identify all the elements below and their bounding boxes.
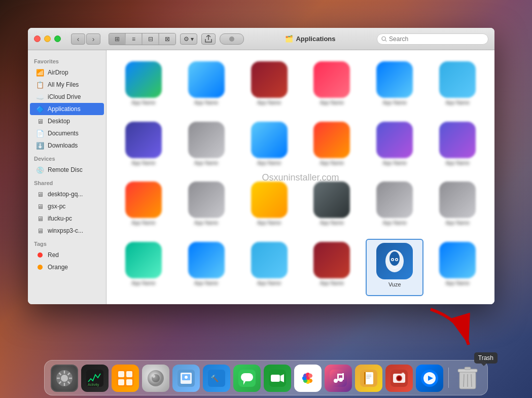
app-icon <box>251 242 288 278</box>
dock-item-mosaic[interactable] <box>112 365 139 392</box>
back-button[interactable]: ‹ <box>71 33 85 45</box>
sidebar-item-gsx-pc[interactable]: 🖥 gsx-pc <box>30 200 104 212</box>
app-name: App Name <box>383 220 407 226</box>
tag-button[interactable] <box>220 33 244 45</box>
app-item[interactable]: App Name <box>429 119 486 174</box>
finder-window: ‹ › ⊞ ≡ ⊟ ⊠ ⚙ ▾ 🗂️ Applications <box>28 28 494 304</box>
minimize-button[interactable] <box>44 35 51 42</box>
app-icon <box>188 242 225 278</box>
app-item[interactable]: App Name <box>115 58 172 114</box>
share-button[interactable] <box>201 33 216 45</box>
app-item-vuze[interactable]: Vuze <box>366 239 423 297</box>
app-item[interactable]: App Name <box>240 178 298 234</box>
app-item[interactable]: App Name <box>115 178 172 234</box>
dock-item-ibooks[interactable] <box>355 365 382 392</box>
app-item[interactable]: App Name <box>240 239 298 297</box>
app-item[interactable]: App Name <box>303 178 361 234</box>
app-name: App Name <box>131 220 155 226</box>
dock-item-xcode[interactable]: 🔨 <box>203 365 230 392</box>
app-name: App Name <box>383 100 407 105</box>
traffic-lights <box>34 35 61 42</box>
app-item[interactable]: App Name <box>178 239 235 297</box>
forward-button[interactable]: › <box>86 33 100 45</box>
dock-item-photos[interactable] <box>294 365 322 392</box>
svg-rect-77 <box>465 367 471 370</box>
app-icon <box>313 242 350 278</box>
sidebar-item-downloads[interactable]: ⬇️ Downloads <box>30 139 104 152</box>
dock-item-preview[interactable] <box>172 365 200 392</box>
app-name: App Name <box>194 160 218 166</box>
search-icon <box>381 36 387 42</box>
sidebar-item-icloud-drive[interactable]: ☁️ iCloud Drive <box>30 91 104 103</box>
dock-item-messages[interactable] <box>233 365 261 392</box>
applications-icon: 🔷 <box>36 105 44 113</box>
svg-point-3 <box>38 265 43 270</box>
dock-item-quicktime[interactable] <box>416 365 443 392</box>
svg-line-75 <box>471 374 472 387</box>
view-icon-button[interactable]: ⊞ <box>109 33 125 45</box>
app-item[interactable]: App Name <box>178 119 235 174</box>
app-icon <box>251 182 288 218</box>
app-item[interactable]: App Name <box>429 58 486 114</box>
app-item[interactable]: App Name <box>115 239 172 297</box>
app-item[interactable]: App Name <box>178 178 235 234</box>
app-item[interactable]: App Name <box>303 58 361 114</box>
app-icon <box>313 122 350 158</box>
tag-orange-icon <box>36 263 44 271</box>
app-item[interactable]: App Name <box>178 58 235 114</box>
sidebar-item-applications[interactable]: 🔷 Applications <box>30 103 104 115</box>
app-item[interactable]: App Name <box>303 119 361 174</box>
svg-text:🔨: 🔨 <box>210 374 219 383</box>
app-icon <box>188 61 225 98</box>
sidebar-item-all-my-files[interactable]: 📋 All My Files <box>30 79 104 91</box>
view-columns-button[interactable]: ⊟ <box>143 33 159 45</box>
app-item[interactable]: App Name <box>240 119 298 174</box>
app-item[interactable]: App Name <box>366 178 423 234</box>
dock-item-facetime[interactable] <box>264 365 291 392</box>
app-icon <box>125 122 162 158</box>
sidebar-item-airdrop[interactable]: 📶 AirDrop <box>30 66 104 79</box>
app-item[interactable]: App Name <box>240 58 298 114</box>
view-list-button[interactable]: ≡ <box>126 33 142 45</box>
close-button[interactable] <box>34 35 41 42</box>
view-coverflow-button[interactable]: ⊠ <box>159 33 175 45</box>
dock-item-trash[interactable] <box>454 365 481 392</box>
app-item[interactable]: App Name <box>366 119 423 174</box>
app-icon <box>439 242 476 278</box>
app-item[interactable]: App Name <box>115 119 172 174</box>
sidebar-item-remote-disc[interactable]: 💿 Remote Disc <box>30 164 104 176</box>
dock-item-system-prefs[interactable] <box>51 365 78 392</box>
dock-item-photo-booth[interactable] <box>385 365 413 392</box>
dock-item-quicksilver[interactable] <box>142 365 169 392</box>
sidebar-item-tag-red[interactable]: Red <box>30 249 104 261</box>
sidebar-item-winxpsp3-c[interactable]: 🖥 winxpsp3-c... <box>30 225 104 237</box>
view-buttons: ⊞ ≡ ⊟ ⊠ <box>109 33 176 45</box>
sidebar-item-desktop[interactable]: 🖥 Desktop <box>30 115 104 127</box>
maximize-button[interactable] <box>54 35 61 42</box>
shared-computer-icon: 🖥 <box>36 202 44 210</box>
svg-rect-25 <box>126 371 132 377</box>
tag-red-icon <box>36 251 44 259</box>
dock-item-activity-monitor[interactable]: Activity <box>81 365 109 392</box>
app-item[interactable]: App Name <box>429 178 486 234</box>
finder-body: Favorites 📶 AirDrop 📋 All My Files ☁️ iC… <box>28 50 494 304</box>
svg-point-12 <box>61 375 68 382</box>
trash-tooltip: Trash <box>474 352 498 364</box>
sidebar-item-desktop-gq[interactable]: 🖥 desktop-gq... <box>30 188 104 200</box>
favorites-section-title: Favorites <box>28 54 106 66</box>
app-icon <box>125 61 162 98</box>
app-item[interactable]: App Name <box>429 239 486 297</box>
app-item[interactable]: App Name <box>303 239 361 297</box>
sidebar-item-label: desktop-gq... <box>48 191 83 198</box>
desktop-icon: 🖥 <box>36 117 44 125</box>
sidebar-item-label: Remote Disc <box>48 166 83 173</box>
search-input[interactable] <box>389 35 484 43</box>
sidebar-item-tag-orange[interactable]: Orange <box>30 261 104 273</box>
app-name: App Name <box>445 100 469 105</box>
sidebar-item-ifucku-pc[interactable]: 🖥 ifucku-pc <box>30 212 104 225</box>
action-button[interactable]: ⚙ ▾ <box>180 33 197 45</box>
app-item[interactable]: App Name <box>366 58 423 114</box>
dock-item-itunes[interactable] <box>325 365 352 392</box>
search-bar[interactable] <box>377 33 488 45</box>
sidebar-item-documents[interactable]: 📄 Documents <box>30 127 104 139</box>
